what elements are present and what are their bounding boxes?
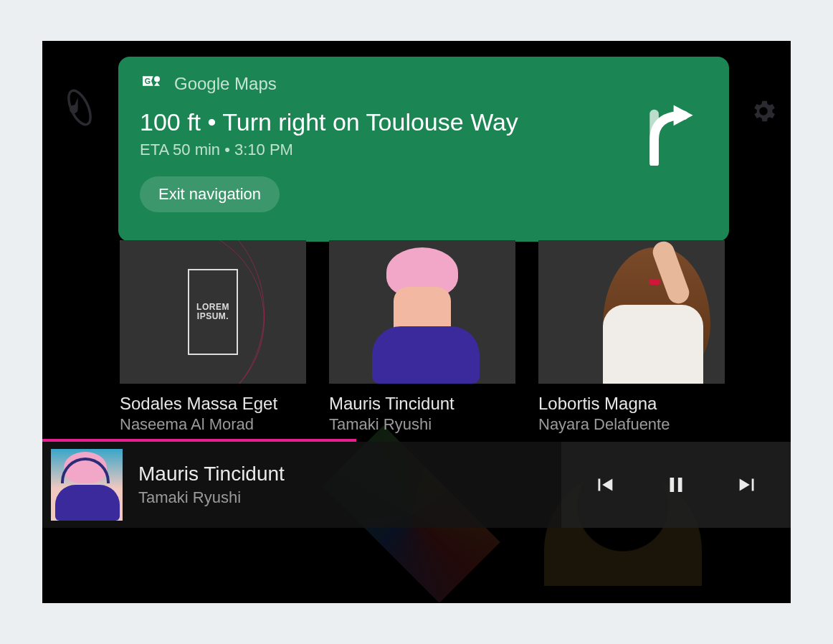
notification-app-name: Google Maps	[174, 74, 277, 94]
svg-point-1	[154, 76, 160, 82]
now-playing-bar: Mauris Tincidunt Tamaki Ryushi	[42, 442, 791, 528]
album-row: LOREM IPSUM. Sodales Massa Eget Naseema …	[120, 240, 725, 434]
playback-controls	[561, 442, 791, 528]
album-art: LOREM IPSUM.	[120, 240, 306, 384]
album-title: Lobortis Magna	[538, 394, 725, 414]
previous-button[interactable]	[568, 442, 640, 528]
svg-text:G: G	[145, 77, 151, 85]
pause-button[interactable]	[640, 442, 712, 528]
album-card[interactable]: Lobortis Magna Nayara Delafuente	[538, 240, 725, 434]
music-app-icon	[60, 87, 100, 128]
svg-point-0	[65, 87, 95, 128]
skip-next-icon	[736, 473, 760, 497]
now-playing-art[interactable]	[51, 449, 123, 521]
skip-previous-icon	[592, 473, 617, 497]
turn-right-icon	[639, 101, 703, 166]
next-button[interactable]	[712, 442, 784, 528]
exit-navigation-button[interactable]: Exit navigation	[140, 176, 280, 212]
settings-icon[interactable]	[749, 97, 778, 126]
album-artist: Nayara Delafuente	[538, 415, 725, 434]
album-title: Sodales Massa Eget	[120, 394, 306, 414]
google-maps-icon: G	[140, 72, 163, 95]
turn-instruction: 100 ft • Turn right on Toulouse Way	[140, 108, 639, 136]
album-art-text: LOREM IPSUM.	[188, 269, 238, 355]
now-playing-title: Mauris Tincidunt	[138, 463, 285, 486]
eta-text: ETA 50 min • 3:10 PM	[140, 141, 639, 159]
navigation-notification-card[interactable]: G Google Maps 100 ft • Turn right on Tou…	[118, 57, 729, 242]
album-title: Mauris Tincidunt	[329, 394, 515, 414]
album-artist: Tamaki Ryushi	[329, 415, 515, 434]
album-card[interactable]: LOREM IPSUM. Sodales Massa Eget Naseema …	[120, 240, 306, 434]
now-playing-artist: Tamaki Ryushi	[138, 488, 285, 507]
pause-icon	[664, 473, 688, 497]
album-card[interactable]: Mauris Tincidunt Tamaki Ryushi	[329, 240, 515, 434]
album-artist: Naseema Al Morad	[120, 415, 306, 434]
car-head-unit-screen: G Google Maps 100 ft • Turn right on Tou…	[42, 41, 791, 603]
album-art	[329, 240, 515, 384]
album-art	[538, 240, 725, 384]
